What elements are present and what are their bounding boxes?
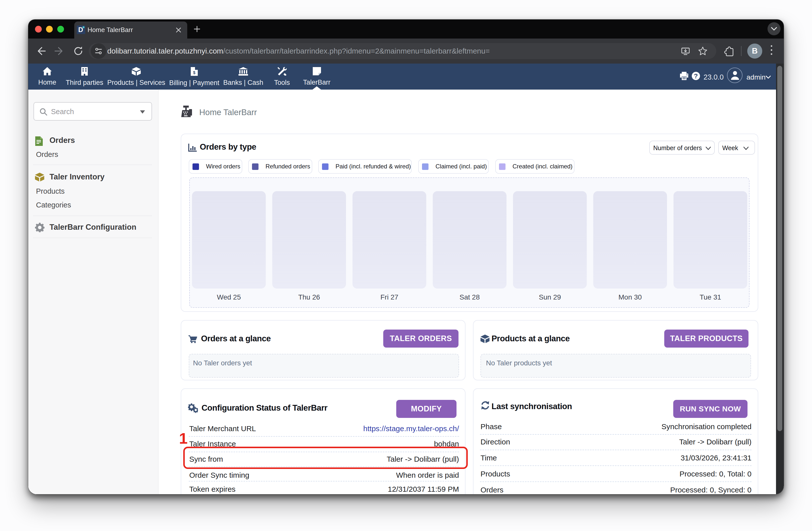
svg-text:$: $ xyxy=(193,71,195,75)
